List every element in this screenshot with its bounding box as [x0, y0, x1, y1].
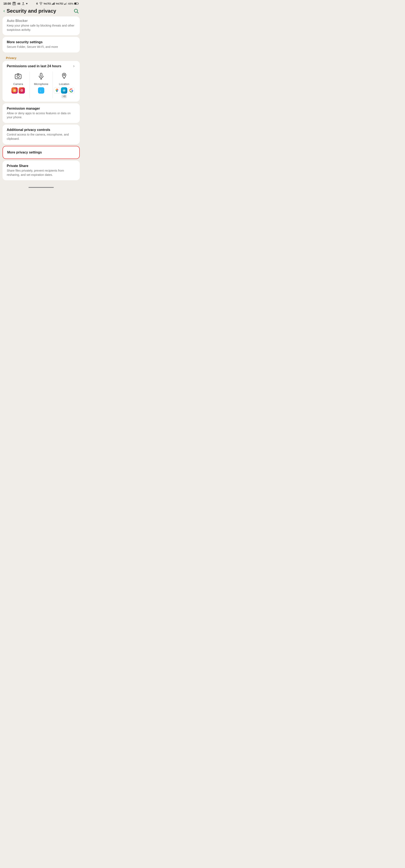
back-button[interactable]: ‹	[3, 8, 5, 14]
svg-point-29	[57, 89, 58, 90]
battery-icon	[74, 2, 79, 5]
microphone-apps-row	[38, 87, 44, 94]
svg-rect-9	[66, 3, 66, 5]
camera-icon	[15, 72, 22, 80]
svg-point-19	[15, 90, 15, 91]
svg-point-30	[63, 89, 66, 92]
bluetooth-icon	[35, 2, 38, 5]
lte1-label: VoLTE1	[44, 3, 51, 5]
battery-percent: 48%	[68, 2, 74, 5]
maps-app-icon	[54, 87, 60, 94]
camera-label: Camera	[13, 83, 23, 86]
microphone-icon-wrap	[36, 71, 46, 81]
private-share-title: Private Share	[7, 164, 76, 168]
header-left: ‹ Security and privacy	[3, 8, 56, 14]
more-security-subtitle: Secure Folder, Secure Wi-Fi, and more	[7, 45, 76, 49]
svg-rect-7	[64, 4, 65, 5]
privacy-section-label: Privacy	[0, 54, 82, 61]
svg-rect-6	[54, 3, 55, 5]
camera-icon-wrap	[13, 71, 23, 81]
svg-point-23	[22, 89, 23, 90]
svg-point-1	[13, 3, 15, 4]
additional-privacy-subtitle: Control access to the camera, microphone…	[7, 133, 76, 141]
signal2-icon	[64, 2, 67, 5]
more-privacy-title: More privacy settings	[7, 151, 75, 154]
google-app-icon	[68, 87, 75, 94]
microphone-permission-col: Microphone	[30, 71, 53, 98]
permission-manager-subtitle: Allow or deny apps to access features or…	[7, 111, 76, 120]
more-security-title: More security settings	[7, 40, 76, 44]
photo-icon	[12, 2, 16, 5]
additional-privacy-item[interactable]: Additional privacy controls Control acce…	[3, 125, 80, 144]
home-indicator-bar	[28, 187, 54, 188]
status-bar: 18:00 48 VoLTE1 VoLTE2 48%	[0, 0, 82, 6]
permission-manager-title: Permission manager	[7, 107, 76, 111]
svg-point-16	[17, 75, 19, 78]
deco-app-icon	[61, 87, 67, 94]
svg-rect-8	[65, 3, 65, 5]
additional-privacy-title: Additional privacy controls	[7, 128, 76, 132]
auto-blocker-title: Auto Blocker	[7, 19, 76, 23]
status-left: 18:00 48	[3, 2, 27, 5]
permission-manager-item[interactable]: Permission manager Allow or deny apps to…	[3, 103, 80, 123]
auto-blocker-card[interactable]: Auto Blocker Keep your phone safe by blo…	[3, 17, 80, 35]
microphone-icon	[37, 72, 45, 80]
time-display: 18:00	[3, 2, 11, 5]
location-icon-wrap	[59, 71, 69, 81]
status-right: VoLTE1 VoLTE2 48%	[35, 2, 79, 5]
page-title: Security and privacy	[6, 8, 56, 14]
permissions-grid: Camera	[7, 71, 76, 98]
svg-point-13	[74, 9, 78, 12]
opencam-app-icon	[11, 87, 18, 94]
instagram-app-icon	[19, 87, 25, 94]
telegram-app-icon	[38, 87, 44, 94]
svg-line-14	[77, 12, 79, 13]
location-apps-row: +8	[53, 87, 76, 98]
camera-permission-col: Camera	[7, 71, 30, 98]
camera-apps-row	[11, 87, 25, 94]
location-plus-badge: +8	[61, 94, 67, 98]
private-share-item[interactable]: Private Share Share files privately, pre…	[3, 161, 80, 180]
permissions-header: Permissions used in last 24 hours	[7, 64, 76, 68]
svg-rect-24	[40, 73, 42, 76]
lte2-label: VoLTE2	[56, 3, 63, 5]
dot-indicator	[26, 3, 27, 4]
location-permission-col: Location	[53, 71, 76, 98]
more-privacy-card[interactable]: More privacy settings	[3, 146, 80, 159]
notification-count: 48	[17, 2, 20, 5]
bottom-nav-indicator	[0, 184, 82, 190]
wifi-icon	[39, 2, 42, 5]
more-security-card[interactable]: More security settings Secure Folder, Se…	[3, 37, 80, 53]
svg-rect-20	[20, 89, 24, 92]
auto-blocker-subtitle: Keep your phone safe by blocking threats…	[7, 24, 76, 32]
permissions-title: Permissions used in last 24 hours	[7, 64, 61, 68]
private-share-subtitle: Share files privately, prevent recipient…	[7, 169, 76, 177]
svg-rect-10	[66, 3, 67, 5]
microphone-label: Microphone	[34, 83, 48, 86]
signal1-icon	[52, 2, 55, 5]
svg-point-28	[63, 74, 65, 75]
upload-icon	[22, 2, 25, 5]
svg-point-27	[39, 88, 43, 93]
permissions-chevron-icon	[72, 64, 76, 68]
svg-rect-5	[53, 3, 54, 5]
page-header: ‹ Security and privacy	[0, 6, 82, 17]
svg-rect-12	[75, 3, 76, 4]
svg-rect-3	[52, 4, 53, 5]
location-label: Location	[59, 83, 69, 86]
permissions-card[interactable]: Permissions used in last 24 hours Camera	[3, 61, 80, 102]
svg-rect-4	[53, 3, 53, 5]
search-button[interactable]	[74, 8, 79, 14]
location-icon	[61, 72, 68, 80]
